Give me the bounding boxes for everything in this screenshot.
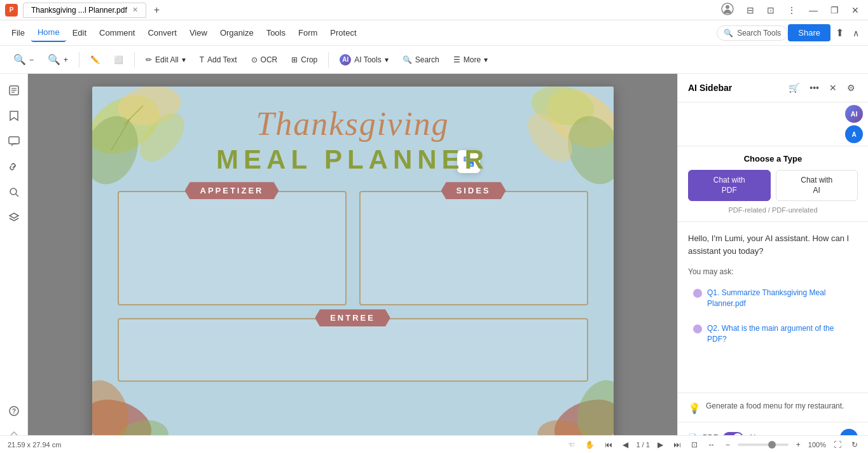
- zoom-out-icon: 🔍: [13, 53, 26, 66]
- maximize-win-btn[interactable]: ⊡: [763, 4, 778, 17]
- fit-width-btn[interactable]: ↔: [705, 439, 718, 450]
- add-text-icon: T: [200, 55, 204, 64]
- zoom-thumb: [768, 441, 776, 449]
- zoom-in-btn[interactable]: 🔍 +: [42, 50, 74, 69]
- ai-sidebar-header: AI Sidebar 🛒 ••• ✕ ⚙: [678, 74, 868, 102]
- new-tab-btn[interactable]: +: [149, 2, 165, 18]
- ai-icon: AI: [340, 54, 351, 66]
- sidebar-item-help[interactable]: ?: [3, 400, 25, 422]
- ai-suggestions-title: You may ask:: [688, 267, 858, 276]
- crop-btn[interactable]: ⊞ Crop: [286, 52, 323, 67]
- organize-menu[interactable]: Organize: [214, 24, 260, 41]
- file-menu[interactable]: File: [5, 24, 31, 41]
- share-button[interactable]: Share: [788, 24, 830, 41]
- search-tools-btn[interactable]: 🔍 Search Tools: [717, 25, 788, 41]
- appetizer-section: APPETIZER: [118, 191, 347, 305]
- ai-suggestion-2[interactable]: Q2. What is the main argument of the PDF…: [688, 318, 858, 350]
- ai-prompt-area: 💡 Generate a food menu for my restaurant…: [678, 393, 868, 422]
- upload-icon[interactable]: ⬆: [830, 24, 849, 41]
- sidebar-item-search[interactable]: [3, 181, 25, 204]
- edit-icon: ✏: [146, 55, 152, 64]
- sidebar-item-comments[interactable]: [3, 130, 25, 153]
- ai-dropdown-icon: ▾: [385, 55, 389, 64]
- sidebar-item-pages[interactable]: [3, 79, 25, 102]
- window-controls: ⊟ ⊡ ⋮ — ❐ ✕: [717, 1, 863, 18]
- zoom-in-status-btn[interactable]: +: [794, 439, 803, 450]
- view-menu[interactable]: View: [183, 24, 214, 41]
- search-icon: 🔍: [724, 29, 733, 38]
- ai-prompt-icon: 💡: [688, 402, 701, 414]
- more-icon: ☰: [453, 55, 460, 64]
- collapse-icon[interactable]: ∧: [849, 27, 863, 39]
- title-bar: P Thanksgiving ...l Planner.pdf ✕ + ⊟ ⊡ …: [0, 0, 868, 20]
- zoom-out-status-btn[interactable]: −: [723, 439, 733, 450]
- ai-prompt-text: Generate a food menu for my restaurant.: [706, 401, 858, 412]
- menu-win-btn[interactable]: ⋮: [783, 4, 800, 17]
- ai-more-icon[interactable]: •••: [807, 81, 822, 94]
- ai-type-buttons: Chat withPDF Chat withAI: [688, 170, 858, 201]
- rotate-btn[interactable]: ↻: [849, 439, 860, 450]
- zoom-slider[interactable]: [738, 443, 789, 446]
- zoom-out-btn[interactable]: 🔍 −: [8, 50, 39, 69]
- ai-suggestion-text-2: Q2. What is the main argument of the PDF…: [707, 323, 853, 345]
- highlight-btn[interactable]: ✏️: [85, 52, 106, 67]
- edit-menu[interactable]: Edit: [66, 24, 93, 41]
- chat-with-pdf-btn[interactable]: Chat withPDF: [688, 170, 771, 201]
- minimize-btn[interactable]: —: [805, 4, 822, 17]
- app-icon: P: [5, 4, 18, 17]
- ai-avatar-1[interactable]: AI: [845, 105, 863, 123]
- ai-close-btn[interactable]: ✕: [827, 81, 839, 94]
- ai-avatar-2[interactable]: A: [845, 125, 863, 143]
- sidebar-item-layers[interactable]: [3, 206, 25, 229]
- edit-all-btn[interactable]: ✏ Edit All ▾: [140, 52, 191, 67]
- ocr-icon: ⊙: [251, 55, 258, 64]
- first-page-btn[interactable]: ⏮: [602, 439, 615, 450]
- profile-icon[interactable]: [717, 1, 738, 18]
- form-menu[interactable]: Form: [292, 24, 324, 41]
- fullscreen-btn[interactable]: ⛶: [831, 439, 844, 450]
- ai-choose-type-title: Choose a Type: [688, 154, 858, 164]
- cursor-tool-btn[interactable]: ☜: [565, 439, 577, 450]
- ai-settings-btn[interactable]: ⚙: [844, 81, 858, 94]
- home-menu[interactable]: Home: [31, 24, 66, 42]
- svg-text:?: ?: [12, 408, 16, 415]
- toolbar-divider-3: [328, 52, 329, 67]
- ai-tools-label: AI Tools: [354, 55, 381, 64]
- hand-tool-btn[interactable]: ✋: [582, 439, 597, 450]
- zoom-out-minus: −: [29, 55, 34, 64]
- sidebar-item-bookmarks[interactable]: [3, 104, 25, 127]
- convert-menu[interactable]: Convert: [141, 24, 183, 41]
- protect-menu[interactable]: Protect: [324, 24, 362, 41]
- tab-close-btn[interactable]: ✕: [132, 6, 138, 14]
- more-btn[interactable]: ☰ More ▾: [448, 52, 493, 67]
- document-tab[interactable]: Thanksgiving ...l Planner.pdf ✕: [23, 3, 146, 18]
- sides-section: SIDES: [359, 191, 588, 305]
- search-toolbar-btn[interactable]: 🔍 Search: [397, 52, 445, 67]
- restore-btn[interactable]: ❐: [827, 4, 843, 17]
- minimize-win-btn[interactable]: ⊟: [743, 4, 758, 17]
- search-tools-label: Search Tools: [737, 29, 781, 38]
- ai-suggestion-1[interactable]: Q1. Summarize Thanksgiving Meal Planner.…: [688, 282, 858, 314]
- pdf-title-area: Thanksgiving MEAL PLANNER: [92, 87, 614, 185]
- fit-page-btn[interactable]: ⊡: [689, 439, 700, 450]
- sidebar-item-links[interactable]: [3, 155, 25, 178]
- next-page-btn[interactable]: ▶: [655, 439, 666, 450]
- zoom-in-icon: 🔍: [48, 53, 60, 66]
- ai-tools-btn[interactable]: AI AI Tools ▾: [334, 51, 394, 69]
- tools-menu[interactable]: Tools: [260, 24, 292, 41]
- ai-cart-icon[interactable]: 🛒: [786, 81, 802, 94]
- chat-with-ai-btn[interactable]: Chat withAI: [776, 170, 858, 201]
- zoom-in-plus: +: [64, 55, 68, 64]
- ocr-btn[interactable]: ⊙ OCR: [245, 52, 284, 67]
- close-btn[interactable]: ✕: [848, 4, 863, 17]
- prev-page-btn[interactable]: ◀: [620, 439, 631, 450]
- status-right: ☜ ✋ ⏮ ◀ 1 / 1 ▶ ⏭ ⊡ ↔ − + 100% ⛶ ↻: [565, 439, 860, 450]
- highlight-icon: ✏️: [90, 55, 100, 64]
- ai-type-subtitle: PDF-related / PDF-unrelated: [688, 206, 858, 214]
- add-text-btn[interactable]: T Add Text: [194, 52, 243, 67]
- last-page-btn[interactable]: ⏭: [671, 439, 684, 450]
- zoom-level: 100%: [808, 441, 826, 449]
- shape-btn[interactable]: ⬜: [108, 52, 129, 67]
- comment-menu[interactable]: Comment: [93, 24, 141, 41]
- search-toolbar-icon: 🔍: [403, 55, 412, 64]
